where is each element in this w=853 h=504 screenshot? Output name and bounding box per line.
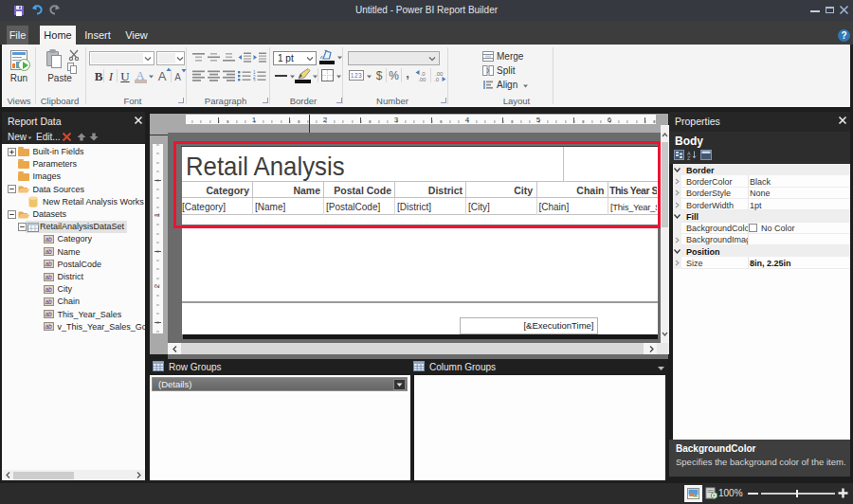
svg-text:ab: ab — [45, 298, 53, 305]
svg-text:ab: ab — [45, 261, 53, 267]
svg-text:ab: ab — [45, 248, 53, 255]
svg-text:ab: ab — [45, 274, 53, 280]
svg-text:Z: Z — [687, 155, 691, 160]
svg-text:.0: .0 — [421, 71, 426, 77]
svg-text:ab: ab — [45, 311, 53, 317]
svg-text:.00: .00 — [418, 77, 426, 82]
svg-text:3: 3 — [253, 79, 256, 82]
svg-text:ab: ab — [45, 323, 53, 330]
svg-text:ab: ab — [45, 236, 53, 243]
svg-text:.0: .0 — [434, 77, 440, 82]
svg-text:.00: .00 — [435, 71, 444, 77]
svg-text:ab: ab — [45, 286, 53, 293]
